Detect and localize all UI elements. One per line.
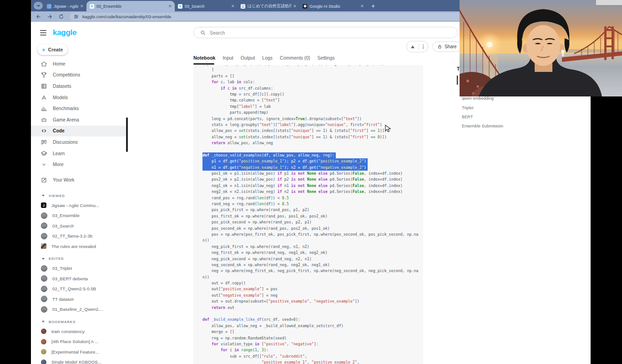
code-line[interactable]: pos_pick_second = np.where(rand_pos, p2,…	[202, 219, 423, 225]
sidebar-item-code[interactable]: Code	[31, 126, 128, 137]
vote-menu-button[interactable]	[423, 45, 424, 49]
reload-button[interactable]	[57, 13, 65, 21]
code-line[interactable]: return out	[202, 305, 423, 311]
sidebar-item-models[interactable]: Models	[31, 92, 128, 103]
sidebar-item-discussions[interactable]: Discussions	[31, 136, 128, 148]
code-line[interactable]: if c in src_df.columns:	[202, 86, 423, 91]
search-bar[interactable]: Search	[193, 27, 458, 38]
browser-tab-jigsaw-agile-community-rule[interactable]: Jigsaw - Agile Community Rule×	[44, 1, 86, 11]
code-line[interactable]: pos_first_ok = np.where(rand_pos, pos1_o…	[202, 213, 423, 219]
code-line[interactable]: pos_pick_first = np.where(rand_pos, p1, …	[202, 207, 423, 213]
code-line[interactable]: sub = src_df[["rule", "subreddit",	[202, 354, 423, 359]
sidebar-item-datasets[interactable]: Datasets	[31, 81, 128, 92]
sidebar-scrollbar[interactable]	[126, 117, 128, 152]
list-item-02-tt-llama-3-2-3b[interactable]: 02_TT_llama-3.2-3b	[31, 231, 128, 242]
forward-button[interactable]	[46, 13, 54, 21]
code-line[interactable]: neg_first_ok = np.where(rand_neg, neg1_o…	[202, 250, 423, 256]
code-line[interactable]: def _choose_valid_examples(df, allow_pos…	[202, 152, 336, 158]
toc-item-bert[interactable]: BERT	[457, 112, 525, 121]
code-line[interactable]: out = df.copy()	[202, 280, 423, 286]
tab-settings[interactable]: Settings	[318, 55, 335, 65]
list-item-experimental-feature[interactable]: [Experimental Feature...	[31, 347, 128, 357]
code-line[interactable]: neg1_ok = n1.isin(allow_neg) if n1 is no…	[202, 183, 423, 189]
code-line[interactable]: neg_second_ok = np.where(rand_neg, neg2_…	[202, 262, 423, 268]
upvote-button[interactable]	[411, 46, 415, 48]
code-line[interactable]: n))	[202, 274, 423, 280]
list-item-the-rules-are-revealed[interactable]: The rules are revealed	[31, 241, 128, 252]
list-item-tt-dataset[interactable]: TT dataset	[31, 294, 128, 304]
code-line[interactable]: parts.append(tmp)	[202, 110, 423, 116]
menu-icon[interactable]	[40, 30, 46, 35]
sidebar-item-home[interactable]: Home	[31, 58, 128, 70]
tab-logs[interactable]: Logs	[262, 55, 273, 65]
tab-input[interactable]: Input	[223, 55, 233, 65]
code-line[interactable]: neg = np.where(neg_first_ok, neg_pick_fi…	[202, 268, 423, 274]
code-line[interactable]: rng = np.random.RandomState(seed)	[202, 335, 423, 341]
browser-tab-senten[interactable]: はじめての自然言語処理 Senten×	[238, 1, 299, 11]
tab-comments-0[interactable]: Comments (0)	[280, 55, 310, 65]
code-line[interactable]: p1 = df.get("positive_example_1"); p2 = …	[202, 158, 368, 164]
code-editor[interactable]: ("positive_example_1", 1), ("positive_ex…	[193, 65, 423, 364]
sidebar-item-learn[interactable]: Learn	[31, 148, 128, 159]
list-item-01-baseline-2-qwen2[interactable]: 01_Baseline_2_Qwen2....	[31, 304, 128, 315]
list-item-4th-place-solution-a[interactable]: [4th Place Solution] A ...	[31, 337, 128, 347]
section-header-edited[interactable]: EDITED	[31, 254, 128, 263]
code-line[interactable]: out["negative_example"] = neg	[202, 293, 423, 298]
code-line[interactable]: neg_pick_first = np.where(rand_neg, n1, …	[202, 244, 423, 250]
list-item-03-search[interactable]: 03_Search	[31, 221, 128, 231]
code-line[interactable]: for i in range(1, 3):	[202, 347, 423, 353]
sidebar-item-more[interactable]: More	[31, 159, 128, 170]
list-item-02-tt-qwen2-5-0-5b[interactable]: 02_TT_Qwen2.5-0.5B	[31, 284, 128, 294]
code-line[interactable]: rand_neg = rng.rand(len(df)) < 0.5	[202, 201, 423, 207]
close-tab-icon[interactable]: ×	[169, 4, 172, 9]
code-line[interactable]: long = pd.concat(parts, ignore_index=Tru…	[202, 116, 423, 122]
section-header-bookmarks[interactable]: BOOKMARKS	[31, 317, 128, 326]
code-line[interactable]: merge = []	[202, 329, 423, 335]
code-line[interactable]: neg2_ok = n2.isin(allow_neg) if n2 is no…	[202, 189, 423, 195]
toc-item-triplet[interactable]: Triplet	[457, 103, 525, 112]
code-line[interactable]: ]	[202, 67, 423, 73]
code-line[interactable]: allow_pos, allow_neg = _build_allowed_ex…	[202, 323, 423, 329]
code-line[interactable]: tmp = src_df[[c]].copy()	[202, 91, 423, 97]
code-line[interactable]: out = out.dropna(subset=["positive_examp…	[202, 298, 423, 304]
list-item-03-triplet[interactable]: 03_Triplet	[31, 263, 128, 274]
close-tab-icon[interactable]: ×	[81, 4, 83, 9]
code-line[interactable]: for violation_type in ["positive", "nega…	[202, 341, 423, 347]
code-line[interactable]: pos_second_ok = np.where(rand_pos, pos2_…	[202, 226, 423, 232]
code-line[interactable]: pos = np.where(pos_first_ok, pos_pick_fi…	[202, 232, 423, 238]
sidebar-item-competitions[interactable]: Competitions	[31, 70, 128, 81]
code-line[interactable]: pos1_ok = p1.isin(allow_pos) if p1 is no…	[202, 171, 423, 177]
code-line[interactable]: tmp.columns = ["text"]	[202, 97, 423, 103]
sidebar-item-game-arena[interactable]: Game Arena	[31, 114, 128, 126]
code-line[interactable]: "positive_example_1", "positive_example_…	[202, 359, 423, 364]
share-button[interactable]: Share	[432, 41, 462, 52]
kaggle-logo[interactable]: kaggle	[53, 28, 76, 37]
toc-item-ensemble-submission[interactable]: Ensemble Submission	[457, 121, 525, 131]
browser-tab-03-ensemble[interactable]: k03_Ensemble×	[86, 1, 175, 11]
code-line[interactable]: return allow_pos, allow_neg	[202, 140, 423, 146]
list-item-03-ensemble[interactable]: 03_Ensemble	[31, 211, 128, 221]
code-line[interactable]: neg_pick_second = np.where(rand_neg, n2,…	[202, 256, 423, 262]
list-item-train-consistency[interactable]: train consistency	[31, 326, 128, 337]
close-tab-icon[interactable]: ×	[361, 4, 364, 9]
code-line[interactable]: n1 = df.get("negative_example_1"); n2 = …	[202, 165, 368, 171]
new-tab-button[interactable]: +	[371, 2, 375, 10]
code-line[interactable]: def _build_example_like_df(src_df, seed=…	[202, 317, 423, 323]
tab-search-button[interactable]	[34, 2, 43, 10]
sidebar-item-your-work[interactable]: Your Work	[31, 174, 137, 185]
section-header-viewed[interactable]: VIEWED	[31, 191, 128, 200]
close-tab-icon[interactable]: ×	[293, 4, 296, 9]
list-item-single-model-xgboos[interactable]: Single Model XGBOOS...	[31, 357, 128, 364]
back-button[interactable]	[34, 13, 42, 21]
list-item-03-bert-deberta[interactable]: 03_BERT deberta	[31, 273, 128, 284]
browser-tab-03-search[interactable]: k03_Search×	[175, 1, 238, 11]
code-line[interactable]: n))	[202, 238, 423, 243]
code-line[interactable]: allow_neg = set(stats.index[(stats["nuni…	[202, 134, 423, 140]
code-line[interactable]: rand_pos = rng.rand(len(df)) < 0.5	[202, 195, 423, 201]
sidebar-item-benchmarks[interactable]: Benchmarks	[31, 103, 128, 114]
close-tab-icon[interactable]: ×	[232, 4, 234, 9]
code-line[interactable]: tmp["label"] = lab	[202, 104, 423, 110]
code-line[interactable]	[202, 146, 423, 152]
browser-tab-google-ai-studio[interactable]: Google AI Studio×	[299, 1, 367, 11]
code-line[interactable]: pos2_ok = p2.isin(allow_pos) if p2 is no…	[202, 177, 423, 182]
